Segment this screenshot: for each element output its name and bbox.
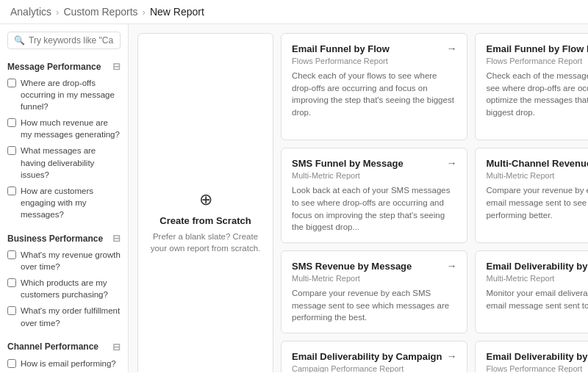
report-card-desc: Monitor your email deliverability by eac… [486,287,588,311]
sidebar-checkbox-business-performance-1[interactable] [7,278,16,287]
scratch-title: Create from Scratch [159,215,251,226]
report-card-arrow-icon: → [446,157,456,169]
sidebar-checkbox-business-performance-2[interactable] [7,306,16,315]
sidebar-section-header-channel-performance: Channel Performance⊟ [0,337,128,355]
sidebar-item-text: How is email performing? [21,358,116,369]
report-card-title: Multi-Channel Revenue by Mess... [486,158,588,169]
report-card-title: Email Deliverability by Flow [486,351,588,362]
report-card-header: Email Deliverability by Message→ [486,260,588,272]
report-card[interactable]: Email Deliverability by Flow→Flows Perfo… [475,341,588,372]
report-card-type: Flows Performance Report [486,364,588,372]
report-card-title: SMS Revenue by Message [292,261,442,272]
search-wrap: 🔍 [0,32,128,57]
sidebar-checkbox-message-performance-2[interactable] [7,146,16,155]
sidebar-section-header-business-performance: Business Performance⊟ [0,228,128,247]
sidebar-checkbox-channel-performance-0[interactable] [7,359,16,368]
sidebar-section-label-message-performance: Message Performance [7,62,101,72]
report-card-desc: Compare your revenue by each SMS and ema… [486,184,588,221]
search-icon: 🔍 [14,35,25,46]
sidebar-sections: Message Performance⊟Where are drop-offs … [0,57,128,372]
create-scratch-card[interactable]: ⊕ Create from Scratch Prefer a blank sla… [137,33,273,372]
sidebar-section-label-business-performance: Business Performance [7,234,103,244]
breadcrumb-sep-1: › [56,7,59,18]
sidebar-item[interactable]: How is SMS performing? [0,372,128,372]
sidebar-section-label-channel-performance: Channel Performance [7,341,98,352]
sidebar-item-text: What's my revenue growth over time? [21,249,121,272]
report-card-header: Email Deliverability by Campaign→ [292,350,456,362]
report-card-header: Email Deliverability by Flow→ [486,350,588,362]
report-card-title: SMS Funnel by Message [292,158,442,169]
report-card[interactable]: Multi-Channel Revenue by Mess...→Multi-M… [475,148,588,243]
sidebar: 🔍 Message Performance⊟Where are drop-off… [0,24,129,372]
sidebar-item[interactable]: What's my order fulfillment over time? [0,303,128,330]
sidebar-item-text: What's my order fulfillment over time? [21,305,121,328]
report-card-header: Email Funnel by Flow Message→ [486,43,588,54]
report-card-arrow-icon: → [446,350,456,362]
report-card-type: Flows Performance Report [486,57,588,65]
sidebar-section-channel-performance: Channel Performance⊟How is email perform… [0,337,128,372]
report-card-type: Multi-Metric Report [292,171,456,180]
search-input[interactable] [29,35,114,46]
report-card-header: Email Funnel by Flow→ [292,43,456,54]
cards-grid: ⊕ Create from Scratch Prefer a blank sla… [137,33,579,372]
sidebar-section-collapse-icon-channel-performance[interactable]: ⊟ [112,341,121,352]
report-card-type: Flows Performance Report [292,57,456,65]
sidebar-item[interactable]: How is email performing? [0,355,128,372]
sidebar-item-text: What messages are having deliverability … [21,145,121,180]
report-card-type: Multi-Metric Report [486,274,588,283]
content-area: ⊕ Create from Scratch Prefer a blank sla… [129,24,588,372]
scratch-desc: Prefer a blank slate? Create your own re… [148,231,262,254]
report-card-title: Email Deliverability by Message [486,261,588,272]
sidebar-item[interactable]: What messages are having deliverability … [0,142,128,182]
sidebar-item[interactable]: What's my revenue growth over time? [0,247,128,275]
sidebar-section-message-performance: Message Performance⊟Where are drop-offs … [0,57,128,223]
scratch-plus-icon: ⊕ [199,190,212,209]
sidebar-section-collapse-icon-message-performance[interactable]: ⊟ [112,61,121,72]
sidebar-checkbox-message-performance-1[interactable] [7,118,16,127]
report-card-type: Multi-Metric Report [292,274,456,283]
sidebar-item[interactable]: Which products are my customers purchasi… [0,275,128,303]
report-card-arrow-icon: → [446,43,456,54]
sidebar-item-text: How are customers engaging with my messa… [21,185,121,220]
report-card-desc: Look back at each of your SMS messages t… [292,184,456,234]
sidebar-item[interactable]: How are customers engaging with my messa… [0,183,128,223]
report-card[interactable]: SMS Funnel by Message→Multi-Metric Repor… [281,148,467,243]
main-layout: 🔍 Message Performance⊟Where are drop-off… [0,24,588,372]
report-card-desc: Compare your revenue by each SMS message… [292,287,456,324]
breadcrumb-analytics[interactable]: Analytics [10,6,51,18]
report-card-title: Email Funnel by Flow [292,43,442,54]
sidebar-section-business-performance: Business Performance⊟What's my revenue g… [0,228,128,331]
report-card-header: SMS Revenue by Message→ [292,260,456,272]
report-card-title: Email Funnel by Flow Message [486,43,588,54]
report-card[interactable]: Email Deliverability by Campaign→Campaig… [281,341,467,372]
report-card-type: Campaign Performance Report [292,364,456,372]
report-card[interactable]: Email Deliverability by Message→Multi-Me… [475,250,588,333]
report-card[interactable]: Email Funnel by Flow→Flows Performance R… [281,33,467,140]
report-card-desc: Check each of the messages in your flows… [486,70,588,119]
search-box[interactable]: 🔍 [7,32,121,49]
report-card-desc: Check each of your flows to see where dr… [292,70,456,119]
report-card-type: Multi-Metric Report [486,171,588,180]
sidebar-checkbox-message-performance-0[interactable] [7,79,16,87]
sidebar-checkbox-message-performance-3[interactable] [7,187,16,195]
breadcrumb-custom-reports[interactable]: Custom Reports [63,6,137,18]
report-card[interactable]: SMS Revenue by Message→Multi-Metric Repo… [281,250,467,333]
sidebar-section-header-message-performance: Message Performance⊟ [0,57,128,75]
sidebar-item-text: Where are drop-offs occurring in my mess… [21,77,121,112]
report-card-title: Email Deliverability by Campaign [292,351,442,362]
report-card[interactable]: Email Funnel by Flow Message→Flows Perfo… [475,33,588,140]
sidebar-section-collapse-icon-business-performance[interactable]: ⊟ [112,233,121,244]
sidebar-checkbox-business-performance-0[interactable] [7,250,16,259]
breadcrumb-sep-2: › [143,7,146,18]
report-card-header: Multi-Channel Revenue by Mess...→ [486,157,588,169]
breadcrumb-new-report: New Report [150,6,204,18]
report-card-header: SMS Funnel by Message→ [292,157,456,169]
sidebar-item[interactable]: How much revenue are my messages generat… [0,115,128,142]
sidebar-item-text: Which products are my customers purchasi… [21,277,121,300]
sidebar-item-text: How much revenue are my messages generat… [21,117,121,140]
breadcrumb: Analytics › Custom Reports › New Report [0,0,588,24]
report-card-arrow-icon: → [446,260,456,272]
sidebar-item[interactable]: Where are drop-offs occurring in my mess… [0,75,128,115]
